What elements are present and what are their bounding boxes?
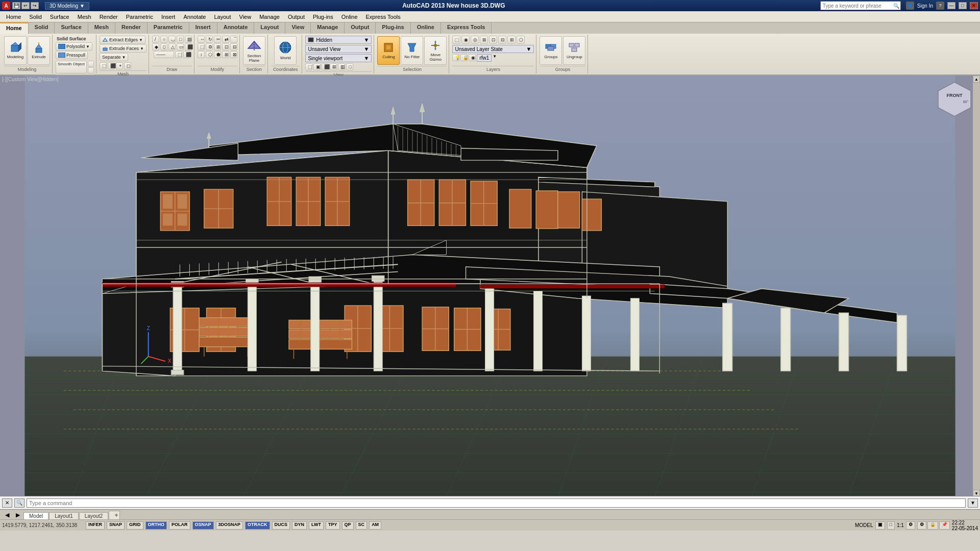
workspace-selector[interactable]: 3D Modeling ▼ bbox=[45, 2, 89, 10]
search-box[interactable]: 🔍 bbox=[820, 1, 901, 10]
tab-layout2[interactable]: Layout2 bbox=[79, 512, 109, 519]
menu-annotate[interactable]: Annotate bbox=[179, 13, 210, 21]
status-ortho[interactable]: ORTHO bbox=[145, 521, 167, 530]
menu-online[interactable]: Online bbox=[337, 13, 362, 21]
pin-icon[interactable]: 📌 bbox=[939, 521, 950, 530]
layer-icon3[interactable]: ◉ bbox=[469, 54, 476, 61]
status-grid[interactable]: GRID bbox=[127, 521, 143, 530]
menu-plugins[interactable]: Plug-ins bbox=[309, 13, 337, 21]
modify-btn2-3[interactable]: ⊞ bbox=[214, 43, 221, 51]
draw-hatch[interactable]: ▧ bbox=[185, 36, 192, 43]
single-viewport-dropdown[interactable]: Single viewport ▼ bbox=[305, 54, 372, 62]
menu-insert[interactable]: Insert bbox=[157, 13, 180, 21]
modify-move[interactable]: ↔ bbox=[198, 36, 205, 43]
icon-r4[interactable]: ◻ bbox=[124, 62, 131, 69]
modify-trim[interactable]: ✂ bbox=[214, 36, 221, 43]
cmd-close[interactable]: ✕ bbox=[2, 498, 12, 508]
view-btn2[interactable]: ▣ bbox=[313, 63, 321, 70]
tab-online[interactable]: Online bbox=[411, 22, 441, 34]
status-model-btn[interactable]: ▣ bbox=[875, 521, 885, 530]
extrude-button[interactable]: Extrude bbox=[28, 36, 50, 65]
tab-add[interactable]: + bbox=[109, 511, 120, 519]
world-button[interactable]: World bbox=[274, 36, 297, 65]
modify-fillet[interactable]: ⌒ bbox=[230, 36, 237, 43]
polysolid-button[interactable]: Polysolid▼ bbox=[56, 42, 92, 51]
view-btn3[interactable]: ⬛ bbox=[322, 63, 329, 70]
menu-manage[interactable]: Manage bbox=[255, 13, 284, 21]
menu-home[interactable]: Home bbox=[2, 13, 25, 21]
unsaved-view-dropdown[interactable]: Unsaved View ▼ bbox=[305, 45, 372, 53]
menu-solid[interactable]: Solid bbox=[25, 13, 45, 21]
draw-line[interactable]: / bbox=[152, 36, 159, 43]
cmd-search[interactable]: 🔍 bbox=[14, 498, 24, 508]
layer-btn7[interactable]: ⊞ bbox=[507, 36, 516, 44]
layer-btn3[interactable]: ◎ bbox=[471, 36, 479, 44]
modify-btn2-4[interactable]: ⊡ bbox=[222, 43, 229, 51]
gear-icon[interactable]: ⚙ bbox=[917, 521, 926, 530]
menu-view[interactable]: View bbox=[235, 13, 256, 21]
modify-rotate[interactable]: ↻ bbox=[206, 36, 213, 43]
status-snap[interactable]: SNAP bbox=[107, 521, 125, 530]
tab-annotate[interactable]: Annotate bbox=[217, 22, 255, 34]
tab-render[interactable]: Render bbox=[115, 22, 148, 34]
draw-circle[interactable]: ○ bbox=[160, 36, 167, 43]
search-input[interactable] bbox=[821, 3, 892, 9]
modify-btn3-1[interactable]: ↕ bbox=[198, 51, 205, 58]
layer-btn6[interactable]: ⊟ bbox=[498, 36, 506, 44]
btn-s2[interactable] bbox=[88, 67, 94, 73]
nav-cube[interactable]: FRONT 86° bbox=[934, 80, 975, 120]
separate-button[interactable]: Separate▼ bbox=[100, 53, 128, 61]
status-tpy[interactable]: TPY bbox=[326, 521, 340, 530]
status-model-btn2[interactable]: □ bbox=[887, 521, 895, 530]
tab-plugins[interactable]: Plug-ins bbox=[376, 22, 410, 34]
icon-r3[interactable]: ⚬ bbox=[116, 62, 123, 69]
draw-btn2-1[interactable]: ◆ bbox=[152, 43, 159, 51]
tab-model[interactable]: Model bbox=[23, 512, 48, 519]
tab-parametric[interactable]: Parametric bbox=[148, 22, 189, 34]
layer-btn8[interactable]: ⬡ bbox=[517, 36, 525, 44]
modify-mirror[interactable]: ⇄ bbox=[222, 36, 229, 43]
status-sc[interactable]: SC bbox=[356, 521, 368, 530]
tab-layout[interactable]: Layout bbox=[254, 22, 285, 34]
menu-mesh[interactable]: Mesh bbox=[74, 13, 95, 21]
extract-edges-button[interactable]: Extract Edges▼ bbox=[100, 36, 145, 44]
status-ducs[interactable]: DUCS bbox=[272, 521, 290, 530]
menu-parametric[interactable]: Parametric bbox=[122, 13, 157, 21]
cmd-arrow[interactable]: ▼ bbox=[968, 498, 978, 508]
view-btn6[interactable]: □ bbox=[346, 63, 353, 70]
tab-mesh[interactable]: Mesh bbox=[88, 22, 115, 34]
box-button[interactable]: Modeling bbox=[4, 36, 27, 65]
status-polar[interactable]: POLAR bbox=[169, 521, 190, 530]
draw-btn2-3[interactable]: △ bbox=[168, 43, 176, 51]
view-btn5[interactable]: ▥ bbox=[338, 63, 345, 70]
menu-output[interactable]: Output bbox=[284, 13, 309, 21]
status-3dosnap[interactable]: 3DOSNAP bbox=[216, 521, 243, 530]
layer-state-dropdown[interactable]: Unsaved Layer State ▼ bbox=[452, 45, 534, 53]
status-am[interactable]: AM bbox=[369, 521, 381, 530]
status-lwt[interactable]: LWT bbox=[309, 521, 324, 530]
modify-btn3-2[interactable]: ⬡ bbox=[206, 51, 213, 58]
close-btn[interactable]: ✕ bbox=[970, 2, 978, 9]
draw-rect[interactable]: □ bbox=[177, 36, 184, 43]
draw-btn2-2[interactable]: ⬯ bbox=[160, 43, 167, 51]
status-otrack[interactable]: OTRACK bbox=[245, 521, 270, 530]
menu-layout[interactable]: Layout bbox=[210, 13, 235, 21]
btn-s1[interactable] bbox=[88, 61, 94, 67]
status-scale-btn[interactable]: ⚙ bbox=[906, 521, 915, 530]
tab-view[interactable]: View bbox=[285, 22, 311, 34]
layer-icon2[interactable]: 🔒 bbox=[460, 54, 468, 61]
tab-output[interactable]: Output bbox=[345, 22, 376, 34]
modify-btn2-2[interactable]: ⚙ bbox=[206, 43, 213, 51]
status-qp[interactable]: QP bbox=[342, 521, 354, 530]
icon-r1[interactable]: ⬚ bbox=[100, 62, 107, 69]
menu-surface[interactable]: Surface bbox=[46, 13, 74, 21]
status-osnap[interactable]: OSNAP bbox=[192, 521, 214, 530]
modify-btn3-5[interactable]: ⊠ bbox=[230, 51, 237, 58]
save-btn[interactable]: 💾 bbox=[12, 2, 20, 9]
maximize-btn[interactable]: □ bbox=[959, 2, 967, 9]
draw-btn3-1[interactable]: —— bbox=[154, 51, 174, 58]
modify-btn2-5[interactable]: ⊟ bbox=[230, 43, 237, 51]
undo-btn[interactable]: ↩ bbox=[21, 2, 30, 9]
presspull-button[interactable]: Presspull bbox=[56, 51, 88, 59]
minimize-btn[interactable]: — bbox=[947, 2, 955, 9]
